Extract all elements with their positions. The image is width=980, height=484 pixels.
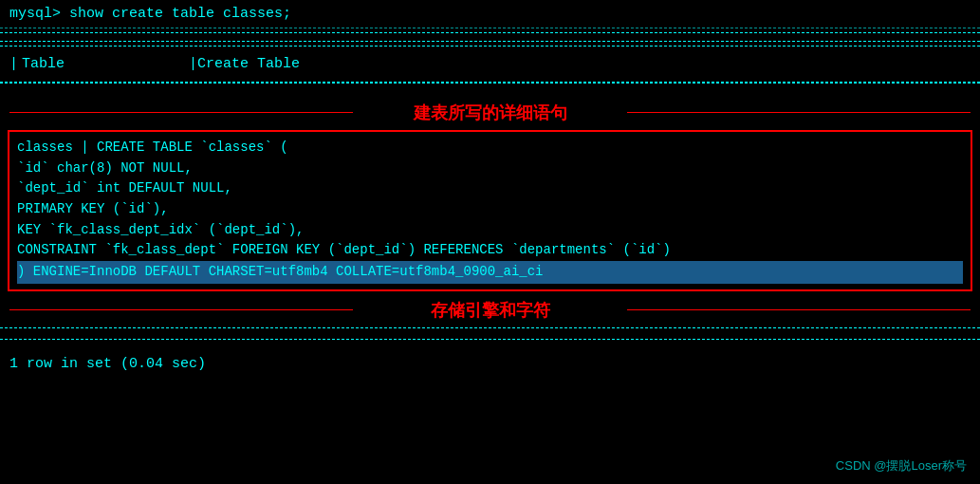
sql-line-6: CONSTRAINT `fk_class_dept` FOREIGN KEY (… — [17, 240, 963, 261]
sql-line-5: KEY `fk_class_dept_idx` (`dept_id`), — [17, 220, 963, 241]
result-line: 1 row in set (0.04 sec) — [0, 348, 980, 376]
annotation-top: 建表所写的详细语句 — [0, 96, 980, 128]
terminal-window: mysql> show create table classes; | Tabl… — [0, 0, 980, 484]
sql-line-3: `dept_id` int DEFAULT NULL, — [17, 178, 963, 199]
table-header: | Table | Create Table — [0, 46, 980, 83]
sql-line-4: PRIMARY KEY (`id`), — [17, 199, 963, 220]
annotation-top-text: 建表所写的详细语句 — [414, 103, 567, 122]
pipe-1: | — [9, 56, 18, 72]
sql-line-7: ) ENGINE=InnoDB DEFAULT CHARSET=utf8mb4 … — [17, 261, 963, 284]
divider-top — [0, 28, 980, 28]
watermark-text: CSDN @摆脱Loser称号 — [836, 458, 967, 473]
spacer-3 — [0, 327, 980, 337]
pipe-2: | — [189, 56, 197, 72]
col-table-header: Table — [18, 56, 189, 72]
annotation-bottom-text: 存储引擎和字符 — [431, 301, 550, 320]
sql-content-box: classes | CREATE TABLE `classes` ( `id` … — [8, 130, 972, 291]
result-text: 1 row in set (0.04 sec) — [9, 356, 206, 372]
spacer-1 — [0, 32, 980, 42]
spacer-4 — [0, 339, 980, 346]
annotation-bottom: 存储引擎和字符 — [0, 293, 980, 326]
watermark: CSDN @摆脱Loser称号 — [836, 457, 967, 475]
prompt-line: mysql> show create table classes; — [0, 0, 980, 26]
spacer-2 — [0, 83, 980, 96]
prompt-text: mysql> show create table classes; — [9, 6, 291, 22]
sql-line-2: `id` char(8) NOT NULL, — [17, 158, 963, 179]
sql-line-1: classes | CREATE TABLE `classes` ( — [17, 138, 963, 158]
col-create-header: Create Table — [197, 56, 971, 72]
